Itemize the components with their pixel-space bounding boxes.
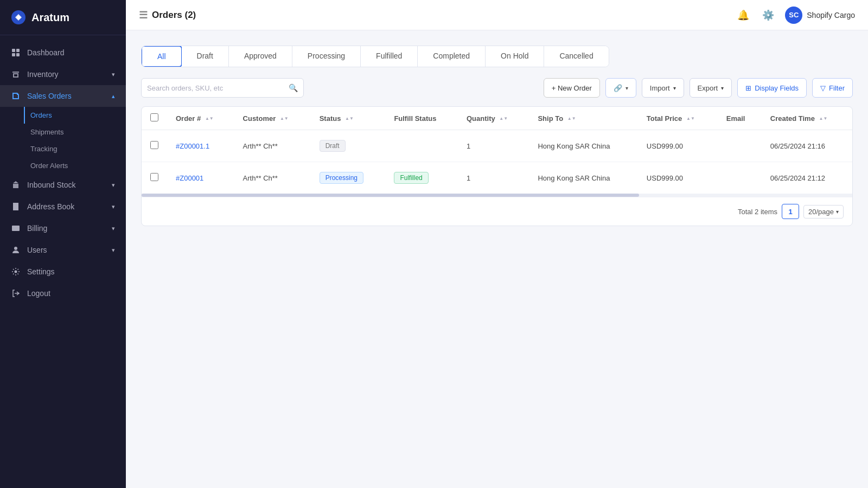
inbound-stock-chevron-icon: ▾ — [112, 182, 115, 189]
row-total-price: USD999.00 — [638, 130, 718, 162]
tab-on-hold[interactable]: On Hold — [486, 46, 544, 67]
sidebar-item-billing[interactable]: Billing ▾ — [0, 217, 126, 239]
sidebar-item-logout[interactable]: Logout — [0, 282, 126, 304]
display-fields-button[interactable]: ⊞ Display Fields — [737, 78, 807, 98]
topbar: ☰ Orders (2) 🔔 ⚙️ SC Shopify Cargo — [126, 0, 868, 30]
svg-rect-4 — [12, 53, 15, 56]
row-order-num: #Z00001.1 — [167, 130, 234, 162]
sidebar-item-dashboard[interactable]: Dashboard — [0, 42, 126, 63]
export-button[interactable]: Export ▾ — [690, 78, 732, 98]
row-fulfill-status — [385, 130, 458, 162]
fulfill-status-badge: Fulfilled — [394, 172, 428, 184]
row-checkbox[interactable] — [150, 173, 158, 181]
sidebar-item-shipments[interactable]: Shipments — [24, 124, 126, 140]
total-price-sort-icon[interactable]: ▲▼ — [686, 117, 695, 121]
status-badge: Processing — [320, 172, 363, 184]
sidebar-item-inventory[interactable]: Inventory ▾ — [0, 63, 126, 85]
row-fulfill-status: Fulfilled — [385, 162, 458, 194]
row-checkbox[interactable] — [150, 141, 158, 149]
new-order-button[interactable]: + New Order — [544, 78, 600, 98]
page-title: ☰ Orders (2) — [139, 9, 729, 21]
display-fields-label: Display Fields — [755, 84, 799, 92]
billing-icon — [11, 223, 21, 233]
sidebar-item-orders[interactable]: Orders — [24, 107, 126, 124]
row-created-time: 06/25/2024 21:12 — [762, 162, 852, 194]
inbound-stock-icon — [11, 180, 21, 190]
notification-button[interactable]: 🔔 — [735, 7, 751, 23]
filter-icon: ▽ — [820, 84, 826, 92]
dashboard-icon — [11, 48, 21, 57]
avatar: SC — [785, 7, 802, 24]
row-status: Draft — [311, 130, 386, 162]
tab-completed[interactable]: Completed — [418, 46, 486, 67]
hamburger-icon: ☰ — [139, 9, 148, 21]
search-input[interactable] — [147, 84, 284, 92]
row-quantity: 1 — [458, 162, 529, 194]
sidebar-item-sales-orders[interactable]: Sales Orders ▴ — [0, 85, 126, 107]
filter-button[interactable]: ▽ Filter — [812, 78, 853, 98]
order-num-sort-icon[interactable]: ▲▼ — [205, 117, 214, 121]
app-logo-text: Aratum — [31, 11, 69, 24]
sidebar-item-address-book[interactable]: Address Book ▾ — [0, 196, 126, 217]
table-body: #Z00001.1 Arth** Ch** Draft 1 Hong Kong … — [142, 130, 852, 194]
sidebar-item-order-alerts[interactable]: Order Alerts — [24, 157, 126, 174]
created-time-sort-icon[interactable]: ▲▼ — [819, 117, 828, 121]
users-icon — [11, 245, 21, 255]
link-button[interactable]: 🔗 ▾ — [605, 78, 636, 98]
row-ship-to: Hong Kong SAR China — [529, 130, 637, 162]
status-badge: Draft — [320, 140, 346, 152]
sidebar-item-inbound-stock[interactable]: Inbound Stock ▾ — [0, 174, 126, 196]
col-order-num: Order # ▲▼ — [167, 107, 234, 130]
row-total-price: USD999.00 — [638, 162, 718, 194]
export-label: Export — [698, 84, 718, 92]
quantity-sort-icon[interactable]: ▲▼ — [499, 117, 508, 121]
sidebar-item-settings[interactable]: Settings — [0, 261, 126, 282]
tab-draft[interactable]: Draft — [182, 46, 229, 67]
app-logo[interactable]: Aratum — [0, 0, 126, 35]
inventory-icon — [11, 69, 21, 79]
import-button[interactable]: Import ▾ — [642, 78, 684, 98]
profile-button[interactable]: SC Shopify Cargo — [785, 7, 855, 24]
row-order-num: #Z00001 — [167, 162, 234, 194]
new-order-label: + New Order — [552, 84, 592, 92]
tab-cancelled[interactable]: Cancelled — [544, 46, 608, 67]
per-page-selector[interactable]: 20/page ▾ — [803, 205, 844, 219]
status-sort-icon[interactable]: ▲▼ — [345, 117, 354, 121]
current-page-box[interactable]: 1 — [782, 204, 799, 219]
order-link[interactable]: #Z00001.1 — [176, 142, 209, 150]
svg-point-8 — [15, 271, 17, 273]
tab-fulfilled[interactable]: Fulfilled — [361, 46, 418, 67]
settings-button[interactable]: ⚙️ — [760, 7, 776, 23]
ship-to-sort-icon[interactable]: ▲▼ — [567, 117, 576, 121]
col-ship-to: Ship To ▲▼ — [529, 107, 637, 130]
inventory-chevron-icon: ▾ — [112, 71, 115, 78]
settings-icon — [11, 267, 21, 277]
col-fulfill-status: Fulfill Status — [385, 107, 458, 130]
billing-chevron-icon: ▾ — [112, 225, 115, 232]
main-content: ☰ Orders (2) 🔔 ⚙️ SC Shopify Cargo All D… — [126, 0, 868, 488]
per-page-chevron-icon: ▾ — [836, 209, 839, 215]
gear-icon: ⚙️ — [762, 9, 774, 21]
row-customer: Arth** Ch** — [234, 162, 311, 194]
row-checkbox-cell — [142, 130, 167, 162]
table-row: #Z00001 Arth** Ch** Processing Fulfilled… — [142, 162, 852, 194]
tab-processing[interactable]: Processing — [292, 46, 361, 67]
row-status: Processing — [311, 162, 386, 194]
sidebar-item-tracking[interactable]: Tracking — [24, 140, 126, 157]
toolbar: 🔍 + New Order 🔗 ▾ Import ▾ Export ▾ ⊞ Di… — [141, 78, 853, 98]
display-fields-icon: ⊞ — [745, 84, 751, 92]
col-created-time: Created Time ▲▼ — [762, 107, 852, 130]
svg-rect-2 — [12, 49, 15, 52]
order-link[interactable]: #Z00001 — [176, 174, 203, 182]
tab-all[interactable]: All — [141, 46, 182, 67]
customer-sort-icon[interactable]: ▲▼ — [280, 117, 289, 121]
col-customer: Customer ▲▼ — [234, 107, 311, 130]
select-all-checkbox[interactable] — [150, 113, 158, 121]
import-label: Import — [650, 84, 670, 92]
table-wrap: Order # ▲▼ Customer ▲▼ Status ▲▼ — [142, 107, 852, 194]
tab-approved[interactable]: Approved — [229, 46, 292, 67]
table-row: #Z00001.1 Arth** Ch** Draft 1 Hong Kong … — [142, 130, 852, 162]
search-box: 🔍 — [141, 78, 304, 98]
sidebar-item-users[interactable]: Users ▾ — [0, 239, 126, 261]
select-all-cell — [142, 107, 167, 130]
